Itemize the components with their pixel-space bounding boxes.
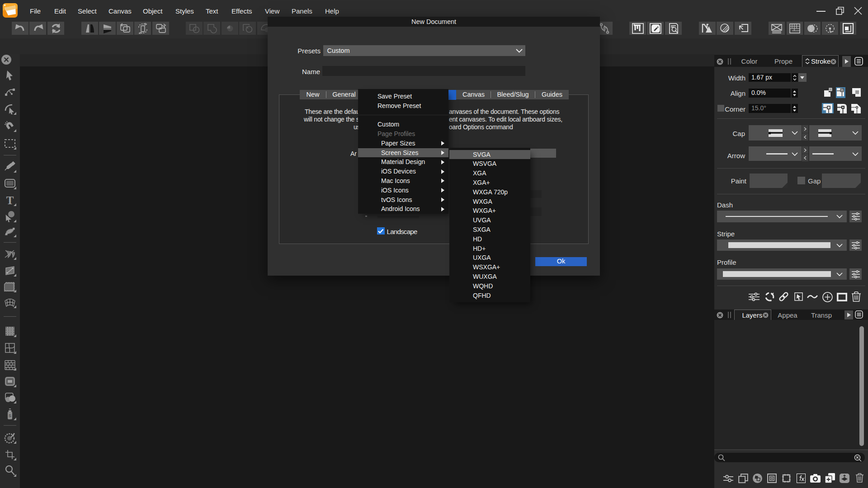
- svg-text:S: S: [9, 413, 11, 418]
